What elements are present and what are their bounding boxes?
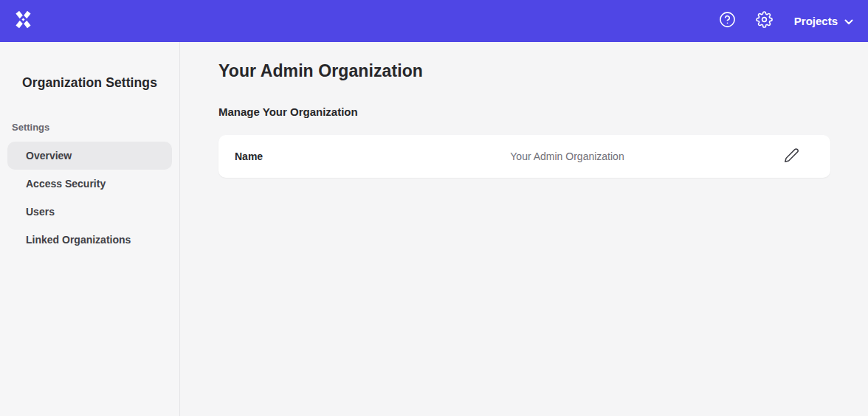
sidebar-item-linked-organizations[interactable]: Linked Organizations xyxy=(7,226,172,254)
sidebar-item-overview[interactable]: Overview xyxy=(7,142,172,170)
app-shell: Organization Settings Settings Overview … xyxy=(0,42,868,416)
top-navigation-bar: Projects xyxy=(0,0,868,42)
section-title: Manage Your Organization xyxy=(218,105,830,118)
sidebar-item-label: Overview xyxy=(26,150,72,162)
settings-button[interactable] xyxy=(756,13,774,30)
sidebar-nav: Overview Access Security Users Linked Or… xyxy=(7,142,172,254)
page-title: Your Admin Organization xyxy=(218,61,830,81)
projects-dropdown-label: Projects xyxy=(794,15,838,27)
brand-logo[interactable] xyxy=(13,10,33,32)
x-logo-icon xyxy=(13,10,33,32)
edit-name-button[interactable] xyxy=(782,147,801,166)
name-field-value: Your Admin Organization xyxy=(353,150,782,162)
sidebar-section-label: Settings xyxy=(0,122,179,133)
gear-icon xyxy=(756,11,773,31)
sidebar-item-label: Users xyxy=(26,206,55,218)
pencil-icon xyxy=(784,148,799,165)
help-circle-icon xyxy=(719,11,736,31)
sidebar-item-label: Access Security xyxy=(26,178,106,190)
chevron-down-icon xyxy=(844,15,853,27)
projects-dropdown[interactable]: Projects xyxy=(794,15,853,27)
topbar-actions: Projects xyxy=(719,13,853,30)
organization-name-row: Name Your Admin Organization xyxy=(218,135,830,178)
sidebar-item-label: Linked Organizations xyxy=(26,234,131,246)
settings-sidebar: Organization Settings Settings Overview … xyxy=(0,42,180,416)
sidebar-item-users[interactable]: Users xyxy=(7,198,172,226)
name-field-label: Name xyxy=(235,150,353,162)
help-button[interactable] xyxy=(719,13,737,30)
main-content: Your Admin Organization Manage Your Orga… xyxy=(180,42,868,416)
sidebar-title: Organization Settings xyxy=(0,75,179,91)
sidebar-item-access-security[interactable]: Access Security xyxy=(7,170,172,198)
